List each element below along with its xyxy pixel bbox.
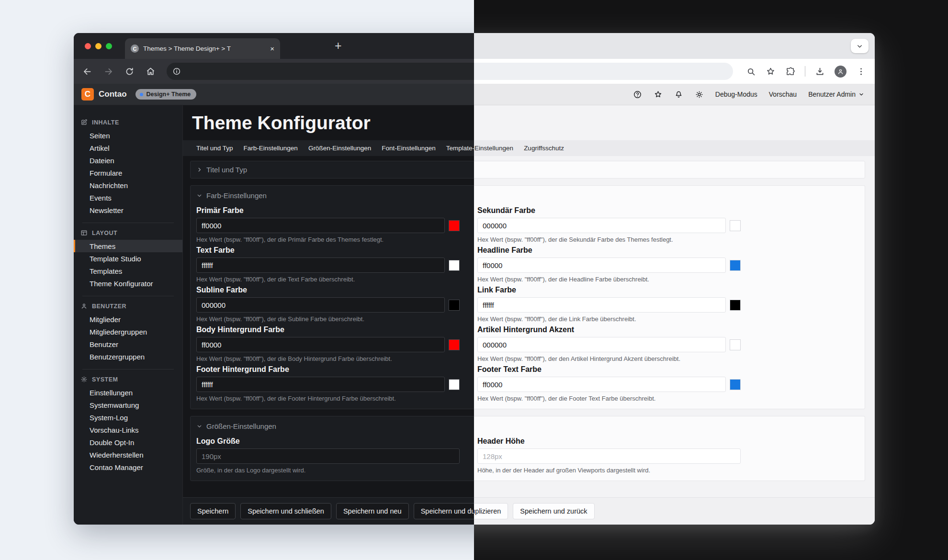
- field-label: Link Farbe: [477, 286, 741, 294]
- field-sekundaer-farbe: Sekundär Farbe Hex Wert (bspw. "ff00ff")…: [477, 206, 741, 243]
- sekundaer-farbe-input[interactable]: [477, 218, 726, 233]
- color-swatch[interactable]: [449, 260, 460, 271]
- save-and-back-button[interactable]: Speichern und zurück: [513, 503, 594, 519]
- field-label: Body Hintergrund Farbe: [196, 325, 460, 334]
- favorites-star-icon[interactable]: [654, 90, 663, 99]
- field-link-farbe: Link Farbe Hex Wert (bspw. "ff00ff"), de…: [477, 286, 741, 323]
- logo-groesse-input[interactable]: [196, 448, 460, 464]
- text-farbe-input[interactable]: [196, 258, 445, 273]
- subline-farbe-input[interactable]: [196, 297, 445, 313]
- reload-icon[interactable]: [124, 67, 135, 77]
- field-help: Hex Wert (bspw. "ff00ff"), der den Artik…: [477, 355, 741, 362]
- tab-zugriffsschutz[interactable]: Zugriffsschutz: [519, 145, 569, 152]
- header-hoehe-input[interactable]: [477, 448, 741, 464]
- user-menu-label: Benutzer Admin: [808, 90, 856, 98]
- sidebar-item-seiten[interactable]: Seiten: [74, 129, 182, 142]
- forward-icon[interactable]: [103, 67, 113, 77]
- sidebar-item-vorschau-links[interactable]: Vorschau-Links: [74, 424, 182, 436]
- tab-groessen-einstellungen[interactable]: Größen-Einstellungen: [303, 145, 376, 152]
- help-icon[interactable]: [633, 90, 642, 99]
- sidebar-item-contao-manager[interactable]: Contao Manager: [74, 461, 182, 473]
- sidebar-item-formulare[interactable]: Formulare: [74, 167, 182, 179]
- sidebar-item-label: System-Log: [90, 414, 128, 422]
- sidebar-item-benutzer[interactable]: Benutzer: [74, 338, 182, 350]
- sidebar-item-label: Template Studio: [90, 255, 141, 263]
- sidebar-item-systemwartung[interactable]: Systemwartung: [74, 399, 182, 411]
- sidebar-item-dateien[interactable]: Dateien: [74, 154, 182, 167]
- chevron-down-icon: [196, 192, 203, 199]
- theme-badge-label: Design+ Theme: [147, 91, 191, 98]
- zoom-search-icon[interactable]: [746, 67, 756, 77]
- sidebar-section-label: LAYOUT: [92, 230, 117, 236]
- sidebar-item-label: Wiederherstellen: [90, 451, 144, 459]
- site-info-icon[interactable]: [172, 67, 181, 76]
- color-swatch[interactable]: [449, 220, 460, 231]
- sidebar-item-double-opt-in[interactable]: Double Opt-In: [74, 436, 182, 448]
- color-scheme-sun-icon[interactable]: [695, 90, 704, 99]
- headline-farbe-input[interactable]: [477, 258, 726, 273]
- tab-overflow-chevron-button[interactable]: [851, 39, 869, 53]
- sidebar-item-einstellungen[interactable]: Einstellungen: [74, 386, 182, 399]
- downloads-icon[interactable]: [815, 67, 825, 77]
- tab-titel-und-typ[interactable]: Titel und Typ: [191, 145, 238, 152]
- sidebar-item-mitgliedergruppen[interactable]: Mitgliedergruppen: [74, 325, 182, 338]
- sidebar-item-events[interactable]: Events: [74, 191, 182, 204]
- artikel-hintergrund-akzent-input[interactable]: [477, 337, 726, 352]
- preview-link[interactable]: Vorschau: [769, 90, 797, 98]
- field-label: Header Höhe: [477, 437, 741, 446]
- color-swatch[interactable]: [449, 379, 460, 390]
- footer-hintergrund-farbe-input[interactable]: [196, 377, 445, 392]
- zoom-window-button[interactable]: [106, 43, 112, 49]
- sidebar-item-label: Formulare: [90, 169, 122, 177]
- field-label: Subline Farbe: [196, 286, 460, 294]
- sidebar-item-themes[interactable]: Themes: [74, 240, 182, 252]
- field-help: Hex Wert (bspw. "ff00ff"), der die Primä…: [196, 236, 460, 243]
- sidebar-item-mitglieder[interactable]: Mitglieder: [74, 313, 182, 325]
- color-swatch[interactable]: [730, 260, 741, 271]
- user-menu[interactable]: Benutzer Admin: [808, 90, 864, 98]
- extensions-puzzle-icon[interactable]: [785, 67, 795, 77]
- notifications-bell-icon[interactable]: [674, 90, 683, 99]
- color-swatch[interactable]: [730, 379, 741, 390]
- link-farbe-input[interactable]: [477, 297, 726, 313]
- sidebar-divider: [82, 369, 174, 370]
- sidebar-item-artikel[interactable]: Artikel: [74, 142, 182, 154]
- browser-tab[interactable]: C Themes > Theme Design+ > T ×: [125, 38, 280, 59]
- bookmark-star-icon[interactable]: [766, 67, 776, 77]
- tab-farb-einstellungen[interactable]: Farb-Einstellungen: [238, 145, 303, 152]
- sidebar-item-theme-konfigurator[interactable]: Theme Konfigurator: [74, 277, 182, 290]
- primaer-farbe-input[interactable]: [196, 218, 445, 233]
- body-hintergrund-farbe-input[interactable]: [196, 337, 445, 352]
- browser-profile-avatar[interactable]: [835, 66, 846, 78]
- color-swatch[interactable]: [730, 300, 741, 311]
- field-help: Größe, in der das Logo dargestellt wird.: [196, 467, 460, 474]
- footer-text-farbe-input[interactable]: [477, 377, 726, 392]
- home-icon[interactable]: [146, 67, 156, 77]
- save-and-new-button[interactable]: Speichern und neu: [336, 503, 409, 519]
- color-swatch[interactable]: [730, 339, 741, 350]
- field-label: Artikel Hintergrund Akzent: [477, 325, 741, 334]
- color-swatch[interactable]: [449, 339, 460, 350]
- save-and-close-button[interactable]: Speichern und schließen: [240, 503, 331, 519]
- debug-mode-link[interactable]: Debug-Modus: [715, 90, 757, 98]
- chevron-right-icon: [196, 167, 203, 173]
- new-tab-button[interactable]: +: [335, 40, 342, 52]
- sidebar-item-template-studio[interactable]: Template Studio: [74, 252, 182, 265]
- save-button[interactable]: Speichern: [190, 503, 236, 519]
- back-icon[interactable]: [82, 67, 92, 77]
- color-swatch[interactable]: [730, 220, 741, 231]
- sidebar-divider: [82, 296, 174, 296]
- color-swatch[interactable]: [449, 300, 460, 311]
- sidebar-item-wiederherstellen[interactable]: Wiederherstellen: [74, 448, 182, 461]
- sidebar-item-newsletter[interactable]: Newsletter: [74, 204, 182, 216]
- sidebar-item-system-log[interactable]: System-Log: [74, 411, 182, 424]
- close-window-button[interactable]: [85, 43, 91, 49]
- sidebar-item-nachrichten[interactable]: Nachrichten: [74, 179, 182, 191]
- field-logo-groesse: Logo Größe Größe, in der das Logo darges…: [196, 437, 460, 474]
- sidebar-item-templates[interactable]: Templates: [74, 265, 182, 277]
- kebab-menu-icon[interactable]: [856, 67, 866, 77]
- tab-font-einstellungen[interactable]: Font-Einstellungen: [376, 145, 441, 152]
- tab-close-icon[interactable]: ×: [270, 45, 274, 52]
- minimize-window-button[interactable]: [95, 43, 102, 49]
- sidebar-item-benutzergruppen[interactable]: Benutzergruppen: [74, 350, 182, 363]
